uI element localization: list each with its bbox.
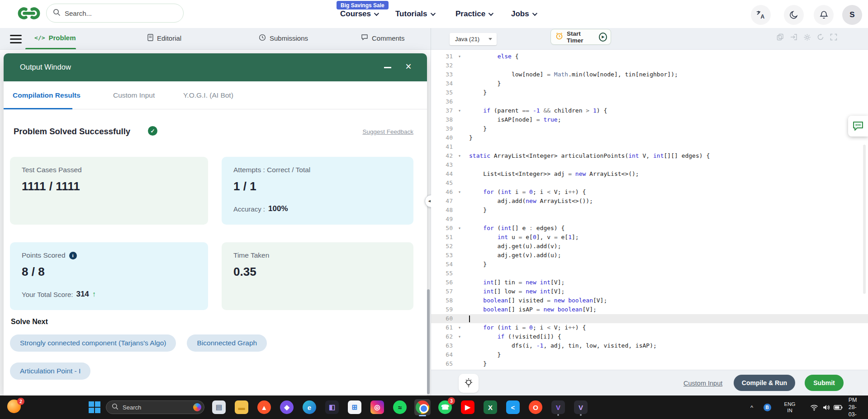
youtube-icon[interactable]: ▶ bbox=[460, 399, 476, 415]
code-line[interactable]: 52 adj.get(u).add(v); bbox=[431, 242, 868, 251]
sale-badge[interactable]: Big Savings Sale bbox=[337, 1, 389, 9]
code-line[interactable]: 63 dfs(i, -1, adj, tin, low, visited, is… bbox=[431, 341, 868, 350]
code-line[interactable]: 59 boolean[] isAP = new boolean[V]; bbox=[431, 305, 868, 314]
widgets-weather-icon[interactable]: 2 bbox=[7, 400, 23, 415]
opera-icon[interactable]: O bbox=[527, 399, 544, 415]
line-number[interactable]: 51 bbox=[431, 233, 455, 242]
taskbar-clock[interactable]: 02:55 PM 28-03-2026 bbox=[849, 395, 863, 419]
language-select[interactable]: Java (21) bbox=[450, 33, 497, 45]
solve-next-chip[interactable]: Strongly connected component (Tarjans's … bbox=[10, 334, 176, 352]
line-number[interactable]: 33 bbox=[431, 70, 455, 79]
nav-courses[interactable]: Courses bbox=[340, 9, 378, 19]
line-number[interactable]: 59 bbox=[431, 305, 455, 314]
start-timer-button[interactable]: Start Timer bbox=[550, 29, 611, 45]
code-line[interactable]: 39 } bbox=[431, 124, 868, 133]
line-number[interactable]: 36 bbox=[431, 97, 455, 106]
code-line[interactable]: 54 } bbox=[431, 260, 868, 269]
tab-comments[interactable]: Comments bbox=[361, 34, 405, 42]
code-line[interactable]: 60 bbox=[431, 314, 868, 323]
code-line[interactable]: 40} bbox=[431, 133, 868, 142]
code-line[interactable]: 32 bbox=[431, 61, 868, 70]
code-line[interactable]: 36 bbox=[431, 97, 868, 106]
code-line[interactable]: 51 int u = e[0], v = e[1]; bbox=[431, 233, 868, 242]
line-number[interactable]: 62 bbox=[431, 332, 455, 341]
code-line[interactable]: 49 bbox=[431, 215, 868, 224]
tab-problem[interactable]: </> Problem bbox=[34, 34, 76, 42]
wifi-icon[interactable] bbox=[809, 395, 820, 419]
code-line[interactable]: 58 boolean[] visited = new boolean[V]; bbox=[431, 296, 868, 305]
code-line[interactable]: 62 if (!visited[i]) { bbox=[431, 332, 868, 341]
fullscreen-icon[interactable] bbox=[828, 32, 839, 42]
line-number[interactable]: 40 bbox=[431, 133, 455, 142]
search-input[interactable] bbox=[65, 9, 164, 17]
translate-button[interactable]: A bbox=[751, 5, 771, 25]
solve-next-chip[interactable]: Articulation Point - I bbox=[10, 363, 90, 380]
spotify-icon[interactable]: ≈ bbox=[392, 399, 408, 415]
nav-jobs[interactable]: Jobs bbox=[511, 9, 536, 19]
code-line[interactable]: 48 } bbox=[431, 206, 868, 215]
compile-run-button[interactable]: Compile & Run bbox=[734, 375, 795, 391]
line-number[interactable]: 41 bbox=[431, 142, 455, 151]
line-number[interactable]: 46 bbox=[431, 188, 455, 197]
minimize-icon[interactable] bbox=[384, 67, 391, 68]
line-number[interactable]: 31 bbox=[431, 52, 455, 61]
reset-code-button[interactable] bbox=[815, 32, 826, 42]
hamburger-menu-icon[interactable] bbox=[10, 35, 22, 45]
line-number[interactable]: 38 bbox=[431, 115, 455, 124]
copy-code-button[interactable] bbox=[775, 32, 786, 42]
line-number[interactable]: 64 bbox=[431, 350, 455, 359]
line-number[interactable]: 57 bbox=[431, 287, 455, 296]
hint-bulb-button[interactable] bbox=[459, 374, 479, 393]
line-number[interactable]: 61 bbox=[431, 323, 455, 332]
line-number[interactable]: 65 bbox=[431, 359, 455, 368]
folder-icon[interactable]: ▬ bbox=[233, 399, 250, 415]
code-line[interactable]: 42static ArrayList<Integer> articulation… bbox=[431, 151, 868, 160]
nav-tutorials[interactable]: Tutorials bbox=[395, 9, 434, 19]
ms-store-icon[interactable]: ⊞ bbox=[346, 399, 363, 415]
vscode-icon[interactable]: < bbox=[505, 399, 521, 415]
code-line[interactable]: 45 bbox=[431, 179, 868, 188]
code-line[interactable]: 46 for (int i = 0; i < V; i++) { bbox=[431, 188, 868, 197]
suggest-feedback-link[interactable]: Suggest Feedback bbox=[362, 128, 413, 135]
tab-yogi-ai-bot[interactable]: Y.O.G.I. (AI Bot) bbox=[183, 91, 233, 99]
notifications-button[interactable] bbox=[814, 5, 834, 25]
code-editor[interactable]: 31 else {3233 low[node] = Math.min(low[n… bbox=[431, 50, 868, 370]
code-line[interactable]: 31 else { bbox=[431, 52, 868, 61]
tab-editorial[interactable]: Editorial bbox=[147, 34, 181, 42]
code-line[interactable]: 34 } bbox=[431, 79, 868, 88]
edge-icon[interactable]: e bbox=[301, 399, 318, 415]
line-number[interactable]: 55 bbox=[431, 269, 455, 278]
code-line[interactable]: 64 } bbox=[431, 350, 868, 359]
code-line[interactable]: 37 if (parent == -1 && children > 1) { bbox=[431, 106, 868, 115]
line-number[interactable]: 37 bbox=[431, 106, 455, 115]
code-line[interactable]: 43 bbox=[431, 160, 868, 169]
line-number[interactable]: 39 bbox=[431, 124, 455, 133]
line-number[interactable]: 60 bbox=[431, 314, 455, 323]
line-number[interactable]: 63 bbox=[431, 341, 455, 350]
dark-mode-button[interactable] bbox=[784, 5, 804, 25]
line-number[interactable]: 52 bbox=[431, 242, 455, 251]
line-number[interactable]: 48 bbox=[431, 206, 455, 215]
code-line[interactable]: 50 for (int[] e : edges) { bbox=[431, 224, 868, 233]
chrome-icon[interactable] bbox=[414, 399, 431, 415]
file-explorer-icon[interactable]: ▤ bbox=[211, 399, 227, 415]
line-number[interactable]: 45 bbox=[431, 179, 455, 188]
code-line[interactable]: 61 for (int i = 0; i < V; i++) { bbox=[431, 323, 868, 332]
line-number[interactable]: 35 bbox=[431, 88, 455, 97]
code-line[interactable]: 44 List<List<Integer>> adj = new ArrayLi… bbox=[431, 169, 868, 179]
line-number[interactable]: 58 bbox=[431, 296, 455, 305]
tray-expand-icon[interactable]: ^ bbox=[747, 395, 756, 419]
photos-icon[interactable]: ◆ bbox=[279, 399, 295, 415]
solve-next-chip[interactable]: Biconnected Graph bbox=[187, 334, 267, 352]
avatar[interactable]: S bbox=[842, 5, 862, 25]
submit-button[interactable]: Submit bbox=[805, 375, 844, 391]
code-line[interactable]: 56 int[] tin = new int[V]; bbox=[431, 278, 868, 287]
line-number[interactable]: 49 bbox=[431, 215, 455, 224]
code-line[interactable]: 55 bbox=[431, 269, 868, 278]
editor-scrollbar[interactable] bbox=[863, 145, 866, 294]
line-number[interactable]: 56 bbox=[431, 278, 455, 287]
tab-compilation-results[interactable]: Compilation Results bbox=[13, 91, 81, 99]
code-line[interactable]: 65 } bbox=[431, 359, 868, 368]
code-line[interactable]: 35 } bbox=[431, 88, 868, 97]
battery-icon[interactable] bbox=[832, 395, 844, 419]
